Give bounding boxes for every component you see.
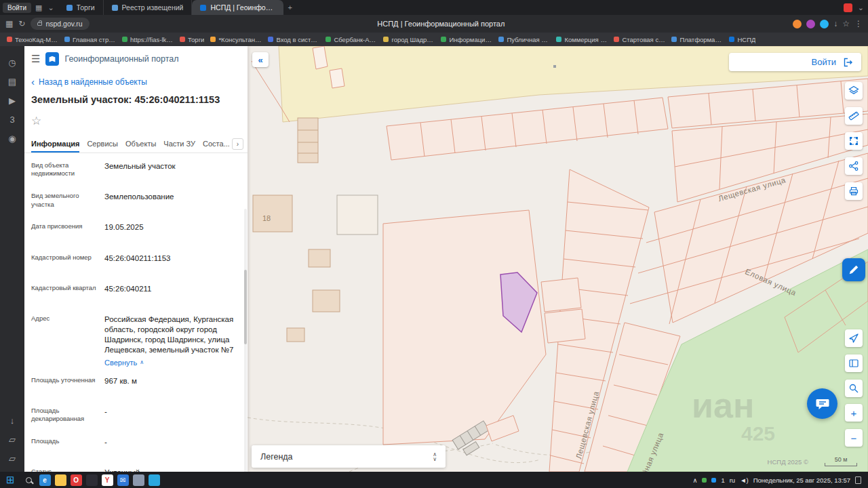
bookmark-item[interactable]: город Шадринск... <box>383 36 435 43</box>
map-container[interactable]: иан 425 18 Лещевская улица Лещевская ули… <box>248 46 868 472</box>
bookmark-item[interactable]: https://fias-lk.nal... <box>122 36 174 43</box>
bookmark-item[interactable]: Вход в систему З... <box>268 36 319 43</box>
map-scale: 50 м <box>825 456 857 466</box>
bookmark-favicon <box>64 37 70 42</box>
bookmark-item[interactable]: Сбербанк-АСТ - З... <box>326 36 377 43</box>
avatar-icon[interactable] <box>820 20 829 28</box>
taskbar-app-icon[interactable] <box>86 474 98 486</box>
taskbar-search-icon[interactable] <box>26 477 32 483</box>
sidebar-icon[interactable]: ▤ <box>0 72 24 91</box>
browser-tab[interactable]: Реестр извещений <box>104 0 193 15</box>
bookmark-item[interactable]: НСПД <box>729 36 755 43</box>
field-value: 45:26:040211 <box>104 284 239 294</box>
legend-bar[interactable]: Легенда ∧∨ <box>252 445 446 468</box>
sidebar-icon[interactable]: ▱ <box>0 449 24 468</box>
browser-tab[interactable]: Торги <box>58 0 104 15</box>
protect-icon[interactable]: ▦ <box>5 19 13 28</box>
pinned-tab-login[interactable]: Войти <box>3 3 31 13</box>
locate-button[interactable] <box>845 329 863 347</box>
new-tab-button[interactable]: + <box>286 3 293 12</box>
screen: Войти ▦ ⌄ Торги Реестр извещений НСПД | … <box>0 0 868 488</box>
sidebar-icon[interactable]: ◷ <box>0 53 24 72</box>
print-button[interactable] <box>845 182 863 200</box>
refresh-icon[interactable]: ↻ <box>18 19 25 28</box>
panel-scrollbar[interactable] <box>244 209 247 472</box>
downloads-icon[interactable]: ↓ <box>833 19 837 28</box>
panel-tab[interactable]: Сервисы <box>87 136 118 152</box>
bookmark-favicon <box>268 37 273 42</box>
taskbar-app-icon[interactable] <box>133 474 144 486</box>
measure-area-button[interactable] <box>845 132 863 150</box>
collapse-panel-button[interactable]: « <box>252 52 269 67</box>
bookmark-item[interactable]: Информация о р... <box>441 36 492 43</box>
taskbar-app-icon[interactable]: O <box>71 474 82 486</box>
legend-toggle-icon[interactable]: ∧∨ <box>433 452 437 462</box>
tab-dropdown-icon[interactable]: ⌄ <box>46 3 55 12</box>
bookmark-item[interactable]: Стартовая стран... <box>614 36 665 43</box>
bookmark-favicon <box>498 37 504 42</box>
browser-menu-icon[interactable]: ⋮ <box>854 19 863 28</box>
tray-icon[interactable] <box>702 478 707 483</box>
bookmark-item[interactable]: Главная страниц... <box>64 36 116 43</box>
panel-tab[interactable]: Соста... <box>203 136 229 152</box>
taskbar-app-icon[interactable] <box>55 474 66 486</box>
recording-indicator-icon[interactable] <box>844 3 852 12</box>
draw-feedback-button[interactable] <box>842 258 865 281</box>
share-button[interactable] <box>845 157 863 175</box>
tab-scroll-button[interactable]: › <box>232 138 243 150</box>
back-link[interactable]: ‹ Назад в найденные объекты <box>24 77 248 87</box>
tray-icon[interactable] <box>711 478 716 483</box>
taskbar-app-icon[interactable]: e <box>39 474 51 486</box>
taskbar-app-icon[interactable]: Y <box>102 474 113 486</box>
tab-groups-icon[interactable]: ▦ <box>34 3 43 12</box>
browser-addressbar: ▦ ↻ nspd.gov.ru НСПД | Геоинформационный… <box>0 15 868 33</box>
search-area-button[interactable] <box>845 380 863 397</box>
speaker-icon[interactable]: ◄) <box>740 476 749 484</box>
bookmark-item[interactable]: Торги <box>180 36 204 43</box>
zoom-out-button[interactable]: − <box>845 429 863 447</box>
bookmark-item[interactable]: Платформа госу... <box>671 36 723 43</box>
bookmark-favicon <box>383 37 389 42</box>
bookmark-item[interactable]: *КонсультантПлю... <box>210 36 262 43</box>
object-info-panel: ☰ Геоинформационный портал ‹ Назад в най… <box>24 46 248 472</box>
bookmark-item[interactable]: ТехноКад-Муниц... <box>7 36 58 43</box>
browser-tab[interactable]: НСПД | Геоинформац... <box>192 0 283 15</box>
sidebar-icon[interactable]: ▱ <box>0 430 24 449</box>
login-button[interactable]: Войти <box>729 53 861 71</box>
menu-hamburger-icon[interactable]: ☰ <box>31 53 40 65</box>
browser-sidebar: ◷ ▤ ▶ 3 ◉ ↓ ▱ ▱ <box>0 46 24 472</box>
field-label: Дата присвоения <box>31 222 99 245</box>
chat-button[interactable] <box>807 388 837 419</box>
taskbar-clock[interactable]: Понедельник, 25 авг 2025, 13:57 <box>753 476 850 484</box>
favorite-star-icon[interactable]: ☆ <box>31 114 45 128</box>
bookmark-favicon <box>180 37 185 42</box>
sidebar-icon[interactable]: ◉ <box>0 129 24 148</box>
sidebar-icon[interactable]: ↓ <box>0 411 24 430</box>
bookmark-item[interactable]: Коммерция МО.Х... <box>556 36 608 43</box>
avatar-icon[interactable] <box>793 20 802 28</box>
bookmark-star-icon[interactable]: ☆ <box>842 19 850 28</box>
sidebar-icon[interactable]: ▶ <box>0 91 24 110</box>
ruler-button[interactable] <box>845 107 863 125</box>
panel-tab[interactable]: Части ЗУ <box>163 136 195 152</box>
notifications-icon[interactable] <box>855 476 861 484</box>
panel-tab[interactable]: Объекты <box>125 136 156 152</box>
taskbar-app-icon[interactable]: ✉ <box>117 474 129 486</box>
zoom-in-button[interactable]: + <box>845 404 863 422</box>
tab-search-icon[interactable]: ⌄ <box>856 3 865 12</box>
tray-chevron-icon[interactable]: ∧ <box>692 476 697 484</box>
panel-tab[interactable]: Информация <box>31 136 79 152</box>
language-indicator[interactable]: ru <box>730 476 735 484</box>
avatar-icon[interactable] <box>806 20 815 28</box>
collapse-address-link[interactable]: Свернуть∧ <box>104 359 144 367</box>
url-field[interactable]: nspd.gov.ru <box>31 18 89 30</box>
sidebar-icon[interactable]: 3 <box>0 110 24 129</box>
map-watermark: иан <box>692 386 754 425</box>
start-button[interactable]: ⊞ <box>3 474 18 486</box>
layers-button[interactable] <box>845 82 863 100</box>
panels-button[interactable] <box>845 354 863 372</box>
taskbar-app-icon[interactable] <box>149 474 160 486</box>
bookmark-item[interactable]: Публичная кадас... <box>498 36 550 43</box>
tray-badge: 1 <box>721 476 724 484</box>
map-canvas[interactable]: иан 425 18 Лещевская улица Лещевская ули… <box>248 46 868 472</box>
